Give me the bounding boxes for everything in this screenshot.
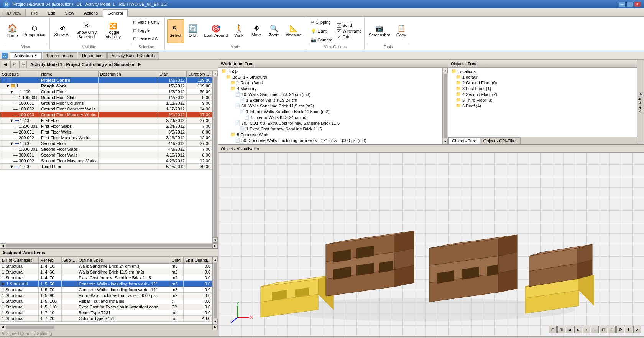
table-row[interactable]: 1 Structural 1. 4. 10. Walls Sandlime Br… — [0, 264, 212, 269]
table-row[interactable]: — 100.003 Ground Floor Masonry Works 2/1… — [0, 112, 212, 118]
work-tree-item[interactable]: 📄 1 Interior Walls Sandlime Brick 11,5 c… — [219, 109, 442, 114]
properties-tab[interactable]: Properties — [637, 60, 644, 144]
v3btn-2[interactable]: ⊞ — [557, 326, 565, 333]
select-button[interactable]: ↖ Select — [167, 19, 184, 43]
light-button[interactable]: 💡 Light — [309, 27, 335, 35]
obj-tree-item[interactable]: 📁 1 default — [449, 74, 636, 80]
obj-tree-item[interactable]: 📁 4 Second Floor (2) — [449, 91, 636, 97]
scroll-thumb[interactable] — [214, 77, 217, 237]
obj-tree-item[interactable]: 📁 6 Roof (4) — [449, 103, 636, 109]
table-row[interactable]: ▼ 1.300 Second Floor 4/3/2012 27.00 — [0, 141, 212, 147]
v3btn-settings[interactable]: ⚙ — [616, 326, 624, 333]
work-items-tree[interactable]: 📁 BoQs📁 BoQ: 1 - Structural📁 1 Rough Wor… — [219, 68, 442, 144]
tab-activities[interactable]: Activities ▼ — [10, 52, 42, 59]
obj-tree-item[interactable]: 📁 3 First Floor (1) — [449, 86, 636, 91]
work-tree-item[interactable]: 📄 50. Concrete Walls - including form wo… — [219, 137, 442, 143]
work-tree-item[interactable]: 📄 10. Walls Sandlime Brick 24 cm (m3) — [219, 91, 442, 97]
obj-tree-item[interactable]: 📁 Locations — [449, 68, 636, 74]
wi-scroll-up[interactable]: ▲ — [443, 68, 448, 73]
visible-only-button[interactable]: ◻ Visible Only — [131, 18, 162, 26]
table-row[interactable]: 1 Structural 1. 5. 100. Rebar - cut and … — [0, 298, 212, 304]
table-row[interactable]: — 100.002 Ground Floor Concrete Walls 1/… — [0, 106, 212, 112]
obj-tab-cpi[interactable]: Object - CPI-Filter — [480, 137, 521, 144]
table-row[interactable]: 1 Structural 1. 7. 20. Column Type S451 … — [0, 316, 212, 322]
assigned-scroll-up[interactable]: ▲ — [213, 257, 218, 262]
perspective-button[interactable]: ⬡ Perspective — [21, 19, 47, 43]
work-tree-item[interactable]: 📁 5 Concrete Work — [219, 132, 442, 137]
table-row[interactable]: ▼ Project Contro 1/2/2012 129.00 — [0, 77, 212, 83]
v3btn-7[interactable]: ⊟ — [600, 326, 607, 333]
measure-button[interactable]: 📐 Measure — [283, 19, 304, 43]
view-3d-content[interactable]: X Z Y ⬡ ⊞ ◀ ▶ ↑ ↓ ⊟ ⊕ ⚙ — [219, 153, 644, 336]
obj-tab-tree[interactable]: Object - Tree — [449, 137, 480, 144]
assigned-scroll-left[interactable]: ◀ — [0, 325, 5, 330]
close-button[interactable]: ✕ — [634, 2, 641, 7]
solid-checkbox[interactable]: Solid — [337, 23, 362, 28]
table-row[interactable]: — 300.001 Second Floor Walls 4/16/2012 8… — [0, 152, 212, 158]
wi-scroll-down[interactable]: ▼ — [443, 139, 448, 144]
table-row[interactable]: — 1.300.001 Second Floor Slabs 4/3/2012 … — [0, 147, 212, 152]
table-row[interactable]: 1 Structural 1. 4. 70. Extra Cost for ne… — [0, 275, 212, 281]
scroll-up[interactable]: ▲ — [213, 71, 218, 76]
show-all-button[interactable]: 👁 Show All — [52, 19, 72, 43]
tab-general[interactable]: General — [103, 9, 128, 17]
table-row[interactable]: ▶ 1 Structural 1. 5. 50. Concrete Walls … — [0, 281, 212, 287]
show-only-selected-button[interactable]: 👁 Show Only Selected — [73, 19, 100, 43]
table-row[interactable]: — 200.002 First Floor Masonry Works 3/16… — [0, 135, 212, 141]
v3btn-info[interactable]: ℹ — [625, 326, 632, 333]
walk-button[interactable]: 🚶 Walk — [230, 19, 247, 43]
assigned-scrollbar-h[interactable]: ◀ ▶ — [0, 324, 218, 330]
toolbar-btn-1[interactable]: ◀ — [2, 61, 9, 68]
table-row[interactable]: — 100.001 Ground Floor Columns 1/12/2012… — [0, 101, 212, 106]
work-tree-item[interactable]: 📄 60. Walls Sandlime Brick 11,5 cm (m2) — [219, 103, 442, 109]
assigned-scroll-down[interactable]: ▼ — [213, 319, 218, 324]
maximize-button[interactable]: □ — [626, 2, 633, 7]
work-tree-item[interactable]: 📁 BoQs — [219, 68, 442, 74]
activities-table[interactable]: Structure Name Description Start Duratio… — [0, 71, 212, 243]
work-tree-item[interactable]: 📄 1 Interior Walls KLS 24 cm m3 — [219, 114, 442, 120]
wi-scroll-thumb[interactable] — [444, 74, 447, 138]
tab-3dview[interactable]: 3D View — [2, 9, 26, 16]
table-row[interactable]: ▼ 1.400 Third Floor 5/15/2012 30.00 — [0, 164, 212, 170]
assigned-scroll-thumb[interactable] — [214, 263, 217, 318]
v3btn-4[interactable]: ▶ — [574, 326, 582, 333]
move-button[interactable]: ✥ Move — [248, 19, 265, 43]
table-row[interactable]: ▼ 1 Rough Work 1/2/2012 119.00 — [0, 83, 212, 89]
obj-tree-item[interactable]: 📁 5 Third Floor (3) — [449, 97, 636, 103]
tab-view[interactable]: View — [60, 9, 79, 16]
object-tree-content[interactable]: 📁 Locations📁 1 default📁 2 Ground Floor (… — [449, 68, 637, 137]
left-scrollbar-h[interactable]: ◀ ▶ — [0, 243, 218, 248]
tab-performances[interactable]: Performances — [43, 52, 77, 59]
deselect-all-button[interactable]: ◻ Deselect All — [131, 35, 162, 42]
home-button[interactable]: 🏠 Home — [4, 19, 21, 43]
table-row[interactable]: 1 Structural 1. 7. 10. Beam Type T231 pc… — [0, 310, 212, 316]
work-tree-item[interactable]: 📁 BoQ: 1 - Structural — [219, 74, 442, 80]
tab-resources[interactable]: Resources — [78, 52, 107, 59]
look-around-button[interactable]: 🎯 Look Around — [202, 19, 230, 43]
wireframe-checkbox[interactable]: Wireframe — [337, 29, 362, 33]
v3btn-5[interactable]: ↑ — [583, 326, 590, 333]
table-row[interactable]: 1 Structural 1. 5. 90. Floor Slab - incl… — [0, 293, 212, 298]
work-tree-item[interactable]: 📄 1 Exterior Walls KLS 24 cm — [219, 97, 442, 103]
table-row[interactable]: — 1.200.001 First Floor Slabs 2/24/2012 … — [0, 124, 212, 129]
table-row[interactable]: — 1.100.001 Ground Floor Slab 1/2/2012 8… — [0, 95, 212, 101]
v3btn-8[interactable]: ⊕ — [608, 326, 616, 333]
tab-activity-based-controls[interactable]: Activity Based Controls — [107, 52, 159, 59]
grid-checkbox[interactable]: Grid — [337, 35, 362, 39]
table-row[interactable]: — 200.001 First Floor Walls 3/6/2012 8.0… — [0, 129, 212, 135]
table-row[interactable]: ▼ 1.200 First Floor 2/24/2012 27.00 — [0, 118, 212, 124]
work-tree-item[interactable]: 📄 1 Extra Cost for new Sandline Brick 11… — [219, 126, 442, 132]
table-row[interactable]: ▼ 1.100 Ground Floor 1/2/2012 39.00 — [0, 89, 212, 95]
v3btn-6[interactable]: ↓ — [591, 326, 599, 333]
clipping-button[interactable]: ✂ Clipping — [309, 18, 335, 26]
assigned-scroll-right[interactable]: ▶ — [212, 325, 218, 330]
minimize-button[interactable]: — — [619, 2, 626, 7]
table-row[interactable]: 1 Structural 1. 5. 70. Concrete Walls - … — [0, 287, 212, 293]
work-tree-item[interactable]: 📁 4 Masonry — [219, 86, 442, 91]
zoom-button[interactable]: 🔍 Zoom — [266, 19, 283, 43]
toolbar-btn-undo[interactable]: ↩ — [10, 61, 18, 68]
assigned-scrollbar[interactable]: ▲ ▼ — [212, 257, 218, 324]
toolbar-btn-redo[interactable]: ↪ — [19, 61, 27, 68]
toggle-button[interactable]: ◻ Toggle — [131, 26, 152, 34]
scroll-down[interactable]: ▼ — [213, 237, 218, 243]
